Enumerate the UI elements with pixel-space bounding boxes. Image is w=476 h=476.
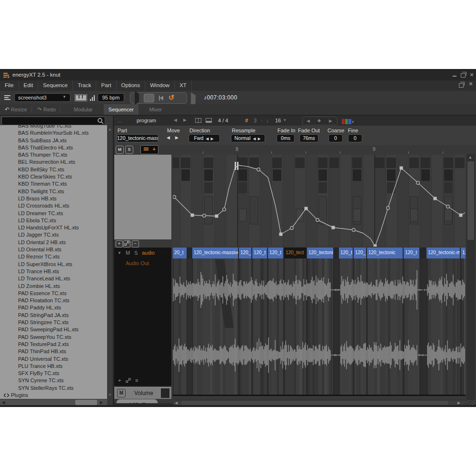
list-item[interactable]: LD Zombie HL.xts [0,283,107,290]
menu-window[interactable]: Window [145,80,175,91]
bpm-display[interactable]: 95 bpm [98,93,124,102]
split-view-icon[interactable] [195,118,201,123]
list-item[interactable]: PAD Universal TC.xts [0,356,107,363]
automation-node[interactable] [290,227,294,230]
child-restore-icon[interactable] [458,82,465,88]
fade-out-field[interactable]: 76ms [299,134,318,142]
down-arrow-icon[interactable]: ↓ [266,118,269,123]
menu-xt[interactable]: XT [175,80,192,91]
menu-icon[interactable] [4,94,10,101]
scrollbar-thumb[interactable] [75,400,97,405]
scroll-down-icon[interactable]: ▼ [108,393,112,397]
list-item[interactable]: PAD TexturePad 2.xts [0,341,107,348]
scroll-right-icon[interactable]: ▶ [457,401,460,405]
rewind-icon[interactable] [156,94,166,101]
list-item[interactable]: BAS SubBass JA.xts [0,137,107,144]
scroll-up-icon[interactable]: ▲ [108,127,112,131]
volume-fader[interactable] [161,388,169,398]
move-left-icon[interactable]: ◀ [167,135,170,140]
track-mute-button[interactable]: M [126,250,130,256]
audio-clip[interactable]: 120_ [354,248,366,258]
resample-field[interactable]: Normal ◀▶ [231,134,265,142]
patch-icon[interactable] [126,378,131,384]
solo-button[interactable]: S [125,146,133,154]
list-item[interactable]: KBD BellSky TC.xts [0,166,107,173]
scrollbar-thumb[interactable] [467,161,474,240]
menu-file[interactable]: File [0,80,19,91]
list-item[interactable]: PAD Essence TC.xts [0,290,107,297]
list-item[interactable]: BAS RumbleInYourSub HL.xts [0,129,107,137]
list-item[interactable]: SFX FlyBy TC.xts [0,370,107,377]
track-header[interactable]: ▼ M S audio Audio Out + ≡ [114,248,171,386]
part-name-field[interactable]: 120_tectonic-mass [117,134,159,142]
grid-count[interactable]: 3 [254,118,257,123]
list-item[interactable]: LD Oriental 2 HB.xts [0,239,107,246]
fade-in-field[interactable]: 0ms [277,134,295,142]
list-item[interactable]: LD Trance HB.xts [0,268,107,275]
list-item[interactable]: LD Ebola TC.xts [0,217,107,224]
waveform-area[interactable] [173,258,466,396]
list-item[interactable]: PAD StringPad JA.xts [0,312,107,319]
list-item[interactable]: LD Brass HB.xts [0,195,107,202]
add-lane-button[interactable]: + [140,145,159,154]
menu-edit[interactable]: Edit [19,80,39,91]
list-item[interactable]: KBD Tineman TC.xts [0,180,107,188]
scroll-right-icon[interactable]: ▶ [100,400,103,405]
patch-icon[interactable] [123,240,130,248]
audio-clip[interactable]: 120_tect [284,248,306,258]
scroll-up-icon[interactable]: ▲ [468,155,472,159]
automation-node[interactable] [459,214,463,217]
play-secondary-icon[interactable] [191,95,196,104]
minimize-icon[interactable] [451,72,458,78]
loop-icon[interactable]: ↺ [167,94,176,101]
search-input[interactable] [1,117,105,125]
automation-grid[interactable] [173,155,466,247]
play-icon[interactable] [132,94,141,101]
tab-modular[interactable]: Modular [69,104,98,115]
automation-node[interactable] [446,205,450,208]
audio-clip[interactable]: 120_tectonic-massive [426,248,460,258]
mute-button[interactable]: M [116,146,124,154]
audio-clip[interactable]: 120_tectonic-massive [192,248,238,258]
automation-node[interactable] [257,168,260,171]
audio-clip[interactable]: 120_ [239,248,251,258]
bottom-panel-icon[interactable] [206,118,212,123]
collapse-icon[interactable]: ▼ [118,251,121,255]
move-right-icon[interactable]: ▶ [175,135,178,140]
redo-button[interactable]: ↷Redo [37,106,56,113]
add-icon[interactable]: + [116,240,123,248]
audio-clip[interactable]: 120_t [268,248,283,258]
dot-icon[interactable]: · [261,118,263,123]
clip-lane[interactable]: 20_t120_tectonic-massive120_120_t120_t12… [173,248,466,258]
tab-mixer[interactable]: Mixer [144,104,167,115]
menu-options[interactable]: Options [117,80,146,91]
prev-program-icon[interactable]: ◀ [174,118,177,122]
list-item[interactable]: PAD Stringzee TC.xts [0,319,107,326]
list-item[interactable]: PAD Paddy HL.xts [0,304,107,311]
audio-clip[interactable]: 120_t [339,248,353,258]
automation-node[interactable] [352,228,356,232]
audio-clip[interactable]: 20_t [173,248,187,258]
preset-combobox[interactable]: screenshot3 [14,93,70,102]
scroll-left-icon[interactable]: ◀ [2,400,5,405]
resize-button[interactable]: ↶Resize [5,106,27,113]
automation-node[interactable] [332,226,335,229]
timeline-ruler[interactable]: 89 [173,145,466,155]
list-item[interactable]: PAD ThinPad HB.xts [0,348,107,355]
automation-node[interactable] [203,214,206,218]
more-button[interactable]: ... [118,118,122,123]
next-program-icon[interactable]: ▶ [183,118,187,122]
grid-division[interactable]: 16 [275,118,281,123]
list-item[interactable]: SYN StellerRays TC.xts [0,385,107,392]
record-icon[interactable] [176,94,186,101]
automation-node[interactable] [316,218,319,222]
nav-right-icon[interactable]: ▶ [329,119,332,123]
piano-icon[interactable] [75,94,87,101]
list-item[interactable]: LD SuperXtBros HL.xts [0,261,107,268]
list-item[interactable]: BAS MoogTube TC.xts [0,125,107,129]
snap-grid-icon[interactable]: # [245,118,248,123]
child-close-icon[interactable]: × [467,81,474,87]
automation-node[interactable] [223,208,226,211]
automation-node[interactable] [279,233,283,236]
list-item[interactable]: SYN Cyrene TC.xts [0,377,107,384]
